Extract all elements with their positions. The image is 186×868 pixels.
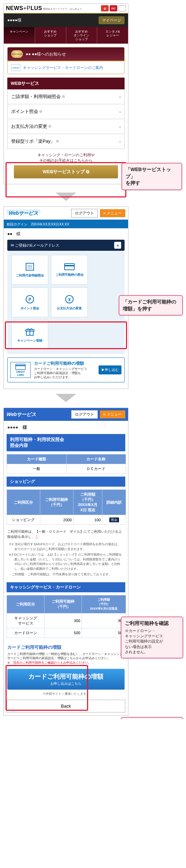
svg-rect-6 — [65, 265, 74, 266]
footnotes: ※2 当社が発行するMUFGカード、およびＤＣカード種類枠をお持ちの場合は、全て… — [4, 541, 128, 579]
user-name: ●●●●様 — [7, 17, 22, 23]
document-icon — [25, 263, 35, 272]
row-bill[interactable]: ご請求額・利用明細照会⧉› — [7, 89, 125, 104]
screen-newsplus: NEWS+PLUS 価値あるカードライフ、はじめよう ◎ DC NicoS ●●… — [3, 3, 128, 184]
plus-icon[interactable]: ＋ — [114, 242, 121, 249]
table-row: ショッピング 2000 100 照会 — [7, 515, 126, 525]
table-cashing: ご利用区分 ご利用可能枠 （千円） ご利用額 （千円） 20XX年X月X日現在 … — [7, 595, 126, 638]
notice-item[interactable]: check キャッシングサービス・カードローンのご案内 — [8, 61, 124, 74]
table-card-type: カード種類カード名称 一般ＤＣカード — [7, 454, 126, 474]
external-icon: ⧉ — [49, 124, 51, 129]
logo-newsplus: NEWS+PLUS — [6, 5, 42, 11]
footnote: ※3 DCカードにおいては、上記【ショッピング】のご利用可能枠からご利用額を差し… — [9, 552, 123, 571]
external-icon: ⧉ — [56, 139, 59, 143]
web-service-top-button[interactable]: WEBサービストップ ⧉ — [14, 165, 118, 178]
callout-1: 「WEBサービストップ」 を押す — [121, 163, 182, 190]
card-icon — [64, 263, 75, 271]
external-note: ※外部サイトへ遷移いたします。 — [4, 692, 128, 696]
svg-rect-15 — [16, 365, 25, 366]
tab-online[interactable]: おすすめ オンライン ショップ — [66, 27, 98, 44]
tile-grid: ご利用代金明細照会 ご利用可能枠の照会 Pポイント照会 ¥お支払方法の変更 キャ… — [8, 251, 124, 353]
footnote: ・ご利用額・ご利用可能額は、千円未満を切り捨てて表示しております。 — [9, 572, 123, 577]
credit-title: カードご利用可能枠の増額 — [34, 361, 87, 366]
gift-icon — [25, 328, 34, 337]
down-arrow-icon — [3, 188, 128, 206]
notice-box: information ●● ●●様へのお知らせ check キャッシングサービ… — [7, 47, 125, 74]
envelope-icon: ✉ — [11, 243, 14, 248]
tile-campaign[interactable]: キャンペーン登録 — [11, 320, 48, 350]
chevron-right-icon: › — [119, 124, 121, 129]
row-point[interactable]: ポイント照会⧉› — [7, 104, 125, 119]
increase-note: カードご利用可能枠の増額（一時的な増額を含む）、カードローン・キャッシングサービ… — [4, 652, 128, 667]
chip-nicos: NicoS — [118, 5, 126, 11]
logout-button[interactable]: ログアウト — [71, 209, 98, 218]
check-icon: check — [11, 64, 20, 71]
increase-title: カードご利用可能枠の増額 — [4, 641, 128, 652]
chevron-right-icon: › — [119, 109, 121, 114]
tab-shop[interactable]: おすすめ ショップ — [35, 27, 66, 44]
header: Webサービス ログアウト ≡ メニュー — [4, 408, 128, 421]
service-note: キャッシング・ローンのご利用や その他のお手続きはこちらから — [7, 152, 125, 163]
user-bar: ●●●●様 マイページ — [4, 14, 128, 27]
user-name: ●● 様 — [4, 228, 128, 240]
svg-marker-0 — [56, 193, 76, 201]
user-name: ●●●● 様 — [4, 421, 128, 434]
brand-bar: NEWS+PLUS 価値あるカードライフ、はじめよう ◎ DC NicoS — [4, 4, 128, 14]
callout-4: ページ下部の 「カードご利用可能枠の 増額」を押す — [121, 717, 183, 719]
tab-campaign[interactable]: キャンペーン — [4, 27, 35, 44]
apply-button[interactable]: ▶申し込む — [99, 365, 121, 374]
increase-cta-button[interactable]: カードご利用可能枠の増額 お申し込みはこちら — [7, 669, 125, 690]
chip-dc: DC — [110, 5, 117, 11]
cta-sub: お申し込みはこちら — [9, 681, 123, 686]
svg-text:¥: ¥ — [68, 297, 71, 302]
logo-webservice: Webサービス — [7, 210, 40, 217]
table-shopping: ご利用区分 ご利用可能枠 （千円） ご利用額 （千円） 20XX年X月 X日 現… — [7, 489, 126, 525]
svg-rect-5 — [65, 264, 74, 270]
information-icon: information — [11, 50, 23, 58]
notice-title: ●● ●●様へのお知らせ — [26, 51, 66, 57]
chevron-right-icon: › — [119, 139, 121, 144]
credit-card-icon: CREDITCARD — [10, 362, 31, 378]
section-title: 利用可能枠・利用状況照会 照会内容 — [7, 434, 125, 451]
credit-limit-box[interactable]: CREDITCARD カードご利用可能枠の増額 カードローン・キャッシングサービ… — [7, 357, 125, 382]
tile-limit[interactable]: ご利用可能枠の照会 — [51, 255, 88, 285]
notice-header: information ●● ●●様へのお知らせ — [8, 47, 124, 61]
cta-title: カードご利用可能枠の増額 — [9, 672, 123, 681]
table-row: 一般ＤＣカード — [7, 464, 126, 474]
callout-2: 「カードご利用可能枠の 増額」を押す — [119, 295, 183, 316]
last-login: 前回ログイン 20XX年XX月XX日XX:XX — [4, 221, 128, 228]
down-arrow-icon — [3, 389, 128, 408]
footnote: ※2 当社が発行するMUFGカード、およびＤＣカード種類枠をお持ちの場合は、全て… — [9, 542, 123, 551]
chevron-right-icon: › — [119, 94, 121, 99]
back-button[interactable]: Back — [7, 700, 125, 712]
menu-button[interactable]: ≡ メニュー — [100, 209, 125, 217]
tab-ent[interactable]: エンタメ& レジャー — [97, 27, 128, 44]
web-service-section: WEBサービス ご請求額・利用明細照会⧉› ポイント照会⧉› お支払方法の変更⧉… — [7, 78, 125, 149]
cashing-header: キャッシングサービス・カードローン — [7, 582, 125, 592]
tile-paymethod[interactable]: ¥お支払方法の変更 — [51, 287, 88, 317]
detail-button[interactable]: 照会 — [109, 517, 119, 522]
menu-button[interactable]: ≡ メニュー — [100, 410, 125, 418]
svg-marker-16 — [56, 394, 76, 402]
shopping-header: ショッピング — [7, 477, 125, 487]
tile-bill[interactable]: ご利用代金明細照会 — [11, 255, 48, 285]
notice-link[interactable]: キャッシングサービス・カードローンのご案内 — [23, 65, 103, 70]
web-service-title: WEBサービス — [7, 78, 125, 89]
row-rakupay[interactable]: 登録型リボ「楽Pay」⧉› — [7, 134, 125, 149]
svg-rect-14 — [16, 364, 25, 370]
tile-point[interactable]: Pポイント照会 — [11, 287, 48, 317]
external-icon: ⧉ — [40, 109, 42, 114]
brand-chips: ◎ DC NicoS — [101, 5, 126, 11]
external-icon: ⧉ — [62, 95, 65, 99]
credit-text: カードご利用可能枠の増額 カードローン・キャッシングサービス ご利用可能枠の新規… — [34, 361, 87, 379]
logo-sub: 価値あるカードライフ、はじめよう — [43, 7, 82, 11]
email-bar[interactable]: ✉ ご登録のEメールアドレス ＋ — [7, 240, 125, 251]
mypage-button[interactable]: マイページ — [99, 16, 125, 24]
external-icon: ⧉ — [86, 169, 89, 174]
header: Webサービス ログアウト ≡ メニュー — [4, 207, 128, 221]
logout-button[interactable]: ログアウト — [71, 410, 98, 419]
row-pay[interactable]: お支払方法の変更⧉› — [7, 119, 125, 134]
nav-tabs: キャンペーン おすすめ ショップ おすすめ オンライン ショップ エンタメ& レ… — [4, 27, 128, 44]
body-text: ご利用可能枠は、【一般・ＤＣカード ザイル】にてご利用いただける上限金額を表示し… — [4, 528, 128, 541]
yen-icon: ¥ — [65, 295, 74, 304]
